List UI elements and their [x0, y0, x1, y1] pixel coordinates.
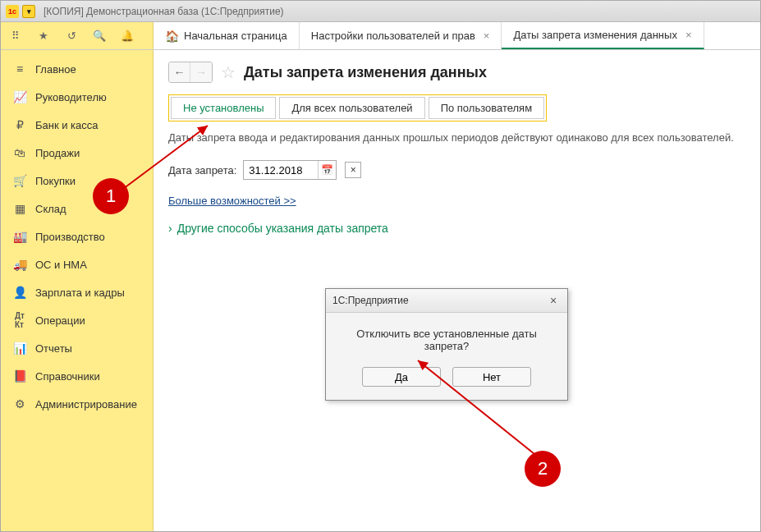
window-title: [КОПИЯ] Демонстрационная база (1С:Предпр…: [44, 6, 284, 17]
chevron-right-icon: ›: [168, 222, 172, 235]
dialog-buttons: Да Нет: [326, 359, 567, 400]
tab-user-settings[interactable]: Настройки пользователей и прав ×: [300, 22, 502, 49]
tab-label: Начальная страница: [184, 30, 287, 42]
sidebar-item-warehouse[interactable]: ▦Склад: [1, 195, 153, 222]
nav-back-forward: ← →: [168, 62, 213, 83]
sidebar-item-operations[interactable]: ДтКтОперации: [1, 306, 153, 334]
sidebar-item-main[interactable]: ≡Главное: [1, 55, 153, 83]
confirm-dialog: 1С:Предприятие × Отключить все установле…: [325, 288, 568, 401]
sidebar-item-label: Зарплата и кадры: [35, 287, 125, 299]
nav-back-button[interactable]: ←: [169, 62, 190, 82]
menu-icon: ≡: [12, 62, 27, 76]
sidebar: ≡Главное 📈Руководителю ₽Банк и касса 🛍Пр…: [1, 50, 154, 531]
sidebar-item-label: Продажи: [35, 147, 80, 159]
ruble-icon: ₽: [12, 117, 27, 132]
sidebar-item-sales[interactable]: 🛍Продажи: [1, 139, 153, 167]
date-input-wrap: 📅: [243, 160, 337, 180]
dialog-title: 1С:Предприятие: [332, 295, 409, 306]
tab-change-dates[interactable]: Даты запрета изменения данных ×: [502, 22, 704, 49]
seg-not-set[interactable]: Не установлены: [171, 97, 276, 119]
window-titlebar: 1c ▾ [КОПИЯ] Демонстрационная база (1С:П…: [1, 1, 760, 22]
sidebar-item-label: Банк и касса: [35, 119, 99, 131]
sidebar-item-bank[interactable]: ₽Банк и касса: [1, 111, 153, 139]
page-title: Даты запрета изменения данных: [244, 64, 487, 81]
sidebar-item-label: Руководителю: [35, 91, 107, 103]
sidebar-item-admin[interactable]: ⚙Администрирование: [1, 390, 153, 418]
annotation-badge-2: 2: [525, 451, 561, 487]
truck-icon: 🚚: [12, 257, 27, 272]
dropdown-icon[interactable]: ▾: [22, 5, 35, 18]
sidebar-item-label: Покупки: [35, 175, 76, 187]
sidebar-item-payroll[interactable]: 👤Зарплата и кадры: [1, 278, 153, 306]
seg-all-users[interactable]: Для всех пользователей: [279, 97, 424, 119]
sidebar-item-assets[interactable]: 🚚ОС и НМА: [1, 250, 153, 278]
seg-by-users[interactable]: По пользователям: [429, 97, 544, 119]
expand-other-methods[interactable]: › Другие способы указания даты запрета: [168, 222, 745, 235]
dialog-titlebar: 1С:Предприятие ×: [326, 289, 567, 313]
sidebar-item-label: Главное: [35, 63, 76, 76]
bars-icon: 📊: [12, 341, 27, 355]
calendar-icon[interactable]: 📅: [318, 161, 336, 179]
sidebar-item-manager[interactable]: 📈Руководителю: [1, 83, 153, 111]
cart-icon: 🛒: [12, 173, 27, 188]
dialog-message: Отключить все установленные даты запрета…: [326, 313, 567, 359]
close-icon[interactable]: ×: [685, 29, 692, 41]
factory-icon: 🏭: [12, 229, 27, 244]
mode-segmented-control: Не установлены Для всех пользователей По…: [168, 94, 547, 122]
page-header: ← → ☆ Даты запрета изменения данных: [168, 62, 745, 83]
sidebar-item-reference[interactable]: 📕Справочники: [1, 362, 153, 390]
nav-forward-button[interactable]: →: [190, 62, 212, 82]
chart-line-icon: 📈: [12, 89, 27, 104]
date-row: Дата запрета: 📅 ×: [168, 160, 745, 180]
app-1c-icon: 1c: [6, 5, 19, 18]
sidebar-item-label: Производство: [35, 231, 105, 243]
close-icon[interactable]: ×: [484, 30, 490, 42]
ops-icon: ДтКт: [12, 313, 27, 328]
dialog-no-button[interactable]: Нет: [452, 367, 531, 387]
description-text: Даты запрета ввода и редактирования данн…: [168, 131, 745, 144]
top-toolbar: ⠿ ★ ↺ 🔍 🔔 🏠 Начальная страница Настройки…: [1, 22, 760, 50]
tab-label: Даты запрета изменения данных: [513, 29, 676, 41]
search-icon[interactable]: 🔍: [91, 28, 108, 44]
dialog-close-icon[interactable]: ×: [546, 293, 561, 308]
bell-icon[interactable]: 🔔: [119, 28, 135, 44]
clear-date-button[interactable]: ×: [345, 162, 361, 178]
sidebar-item-label: Склад: [35, 203, 66, 215]
apps-grid-icon[interactable]: ⠿: [7, 28, 24, 44]
sidebar-item-label: Администрирование: [35, 398, 137, 410]
sidebar-item-production[interactable]: 🏭Производство: [1, 222, 153, 250]
sidebar-item-label: ОС и НМА: [35, 259, 87, 271]
home-icon: 🏠: [165, 30, 179, 43]
tab-home[interactable]: 🏠 Начальная страница: [154, 22, 300, 49]
sidebar-item-label: Справочники: [35, 370, 100, 383]
annotation-badge-1: 1: [93, 178, 129, 214]
tab-label: Настройки пользователей и прав: [311, 30, 475, 42]
boxes-icon: ▦: [12, 201, 27, 216]
dialog-yes-button[interactable]: Да: [362, 367, 441, 387]
book-icon: 📕: [12, 369, 27, 383]
more-options-link[interactable]: Больше возможностей >>: [168, 195, 296, 207]
favorite-star-icon[interactable]: ★: [35, 28, 52, 44]
expand-label: Другие способы указания даты запрета: [177, 222, 388, 235]
sidebar-item-label: Операции: [35, 314, 85, 327]
sidebar-item-reports[interactable]: 📊Отчеты: [1, 334, 153, 362]
gear-icon: ⚙: [12, 397, 27, 411]
tab-bar: 🏠 Начальная страница Настройки пользоват…: [154, 22, 760, 49]
history-icon[interactable]: ↺: [63, 28, 80, 44]
person-icon: 👤: [12, 285, 27, 300]
bag-icon: 🛍: [12, 145, 27, 160]
sidebar-item-purchases[interactable]: 🛒Покупки: [1, 167, 153, 195]
toolbar-left: ⠿ ★ ↺ 🔍 🔔: [1, 22, 154, 49]
sidebar-item-label: Отчеты: [35, 342, 72, 355]
date-label: Дата запрета:: [168, 164, 236, 177]
date-input[interactable]: [244, 162, 318, 179]
favorite-toggle-icon[interactable]: ☆: [221, 62, 236, 82]
